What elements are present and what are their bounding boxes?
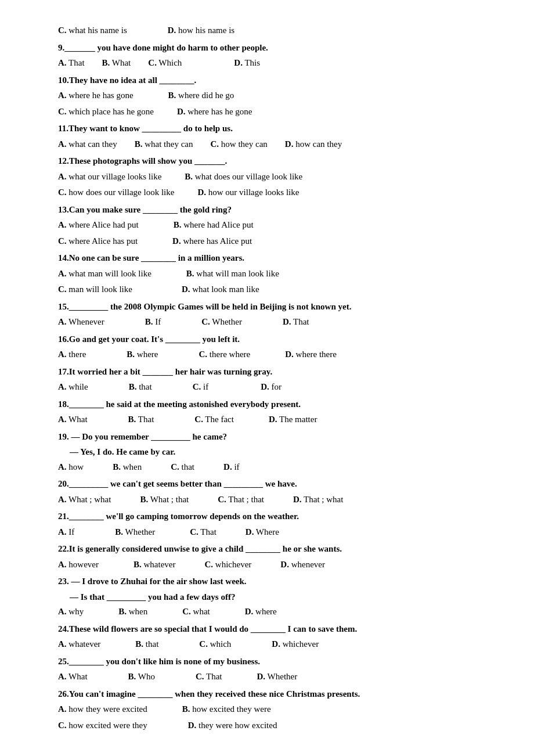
question-10-options-row1: A. where he has gone B. where did he go — [58, 88, 488, 103]
q16-option-a: A. there — [58, 347, 86, 362]
q23-option-b: B. when — [118, 604, 147, 620]
q12-option-d: D. how our village looks like — [197, 185, 299, 200]
q18-option-d: D. The matter — [269, 412, 317, 427]
header-options-line: C. what his name is D. how his name is — [58, 23, 488, 38]
question-20-text: 20._________ we can't get seems better t… — [58, 477, 488, 492]
q16-option-d: D. where there — [285, 347, 337, 362]
question-11-options: A. what can they B. what they can C. how… — [58, 137, 488, 152]
q11-option-d: D. how can they — [285, 137, 342, 152]
question-16-options: A. there B. where C. there where D. wher… — [58, 347, 488, 362]
q10-option-c: C. which place has he gone — [58, 105, 154, 120]
q15-option-d: D. That — [283, 315, 309, 330]
question-23: 23. — I drove to Zhuhai for the air show… — [58, 574, 488, 620]
question-21-options: A. If B. Whether C. That D. Where — [58, 525, 488, 540]
q21-option-a: A. If — [58, 525, 74, 540]
q24-option-a: A. whatever — [58, 637, 100, 652]
q15-option-c: C. Whether — [201, 315, 242, 330]
q23-option-a: A. why — [58, 604, 84, 620]
q20-option-b: B. What ; that — [140, 492, 189, 507]
question-26: 26.You can't imagine ________ when they … — [58, 687, 488, 733]
q14-option-a: A. what man will look like — [58, 267, 151, 282]
question-25-text: 25.________ you don't like him is none o… — [58, 654, 488, 669]
q21-option-b: B. Whether — [115, 525, 155, 540]
q12-option-b: B. what does our village look like — [185, 170, 302, 185]
question-21: 21.________ we'll go camping tomorrow de… — [58, 509, 488, 539]
question-25: 25.________ you don't like him is none o… — [58, 654, 488, 685]
question-19-subline: — Yes, I do. He came by car. — [70, 445, 488, 460]
question-18-options: A. What B. That C. The fact D. The matte… — [58, 412, 488, 427]
question-15-text: 15._________ the 2008 Olympic Games will… — [58, 300, 488, 315]
question-24-options: A. whatever B. that C. which D. whicheve… — [58, 637, 488, 652]
question-25-options: A. What B. Who C. That D. Whether — [58, 669, 488, 685]
q9-option-d: D. This — [234, 56, 260, 71]
question-14: 14.No one can be sure ________ in a mill… — [58, 251, 488, 297]
q18-option-c: C. The fact — [194, 412, 234, 427]
question-11: 11.They want to know _________ do to hel… — [58, 121, 488, 152]
q24-option-b: B. that — [135, 637, 158, 652]
q21-option-c: C. That — [190, 525, 217, 540]
question-24: 24.These wild flowers are so special tha… — [58, 622, 488, 652]
header-option-c: C. what his name is — [58, 23, 127, 38]
q21-option-d: D. Where — [246, 525, 279, 540]
q17-option-a: A. while — [58, 380, 88, 395]
q23-option-d: D. where — [245, 604, 277, 620]
question-10: 10.They have no idea at all ________. A.… — [58, 73, 488, 120]
q25-option-b: B. Who — [128, 669, 155, 685]
question-19-options: A. how B. when C. that D. if — [58, 460, 488, 475]
question-12-options-row2: C. how does our village look like D. how… — [58, 185, 488, 200]
q20-option-d: D. That ; what — [293, 492, 343, 507]
q9-option-b: B. What — [102, 56, 131, 71]
q10-option-d: D. where has he gone — [177, 105, 252, 120]
question-14-options-row1: A. what man will look like B. what will … — [58, 267, 488, 282]
question-14-options-row2: C. man will look like D. what look man l… — [58, 282, 488, 297]
q11-option-b: B. what they can — [135, 137, 193, 152]
question-12-text: 12.These photographs will show you _____… — [58, 154, 488, 169]
q19-option-d: D. if — [223, 460, 240, 475]
q26-option-a: A. how they were excited — [58, 702, 147, 717]
question-23-options: A. why B. when C. what D. where — [58, 604, 488, 620]
q25-option-d: D. Whether — [257, 669, 298, 685]
q19-option-c: C. that — [171, 460, 194, 475]
question-9-text: 9._______ you have done might do harm to… — [58, 41, 488, 56]
question-16: 16.Go and get your coat. It's ________ y… — [58, 332, 488, 362]
question-19: 19. — Do you remember _________ he came?… — [58, 430, 488, 475]
q25-option-a: A. What — [58, 669, 88, 685]
q18-option-a: A. What — [58, 412, 88, 427]
q10-option-b: B. where did he go — [168, 88, 234, 103]
question-22-text: 22.It is generally considered unwise to … — [58, 542, 488, 557]
question-15-options: A. Whenever B. If C. Whether D. That — [58, 315, 488, 330]
question-12-options-row1: A. what our village looks like B. what d… — [58, 170, 488, 185]
q22-option-d: D. whenever — [280, 557, 325, 573]
q16-option-c: C. there where — [199, 347, 251, 362]
q25-option-c: C. That — [196, 669, 222, 685]
header-option-d: D. how his name is — [168, 23, 234, 38]
q23-option-c: C. what — [182, 604, 210, 620]
q15-option-a: A. Whenever — [58, 315, 104, 330]
question-14-text: 14.No one can be sure ________ in a mill… — [58, 251, 488, 266]
question-9-options: A. That B. What C. Which D. This — [58, 56, 488, 71]
question-11-text: 11.They want to know _________ do to hel… — [58, 121, 488, 136]
question-13-text: 13.Can you make sure ________ the gold r… — [58, 203, 488, 218]
q22-option-b: B. whatever — [134, 557, 175, 573]
question-20: 20._________ we can't get seems better t… — [58, 477, 488, 507]
question-13: 13.Can you make sure ________ the gold r… — [58, 203, 488, 249]
question-20-options: A. What ; what B. What ; that C. That ; … — [58, 492, 488, 507]
q17-option-d: D. for — [261, 380, 282, 395]
question-9: 9._______ you have done might do harm to… — [58, 41, 488, 71]
q19-option-b: B. when — [113, 460, 142, 475]
q12-option-c: C. how does our village look like — [58, 185, 174, 200]
q16-option-b: B. where — [127, 347, 158, 362]
q9-option-c: C. Which — [148, 56, 182, 71]
question-13-options-row1: A. where Alice had put B. where had Alic… — [58, 218, 488, 233]
q26-option-b: B. how excited they were — [182, 702, 271, 717]
question-17-text: 17.It worried her a bit _______ her hair… — [58, 365, 488, 380]
exam-content: C. what his name is D. how his name is 9… — [58, 23, 488, 733]
question-10-options-row2: C. which place has he gone D. where has … — [58, 105, 488, 120]
header-options: C. what his name is D. how his name is — [58, 23, 488, 38]
q14-option-b: B. what will man look like — [186, 267, 279, 282]
q11-option-a: A. what can they — [58, 137, 117, 152]
question-17: 17.It worried her a bit _______ her hair… — [58, 365, 488, 395]
q12-option-a: A. what our village looks like — [58, 170, 161, 185]
question-26-options-row2: C. how excited were they D. they were ho… — [58, 718, 488, 733]
question-26-options-row1: A. how they were excited B. how excited … — [58, 702, 488, 717]
